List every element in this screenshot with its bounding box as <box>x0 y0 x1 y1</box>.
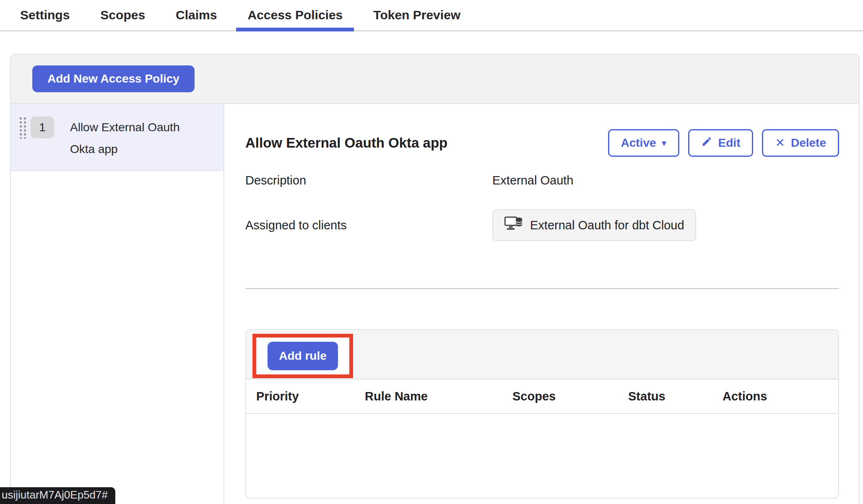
policy-detail: Allow External Oauth Okta app Active ▾ E… <box>224 104 859 504</box>
rules-table-header: Priority Rule Name Scopes Status Actions <box>246 379 838 414</box>
rules-table-body-empty <box>246 414 838 498</box>
policy-priority-badge: 1 <box>31 117 54 138</box>
assigned-to-clients-label: Assigned to clients <box>245 218 492 232</box>
status-dropdown-button[interactable]: Active ▾ <box>608 129 679 157</box>
drag-handle-icon[interactable] <box>19 117 26 140</box>
pencil-icon <box>701 136 712 150</box>
annotation-highlight-box: Add rule <box>252 334 353 378</box>
delete-button[interactable]: ✕ Delete <box>762 129 839 157</box>
delete-button-label: Delete <box>791 136 826 150</box>
computer-database-icon <box>504 216 523 235</box>
edit-button-label: Edit <box>718 136 741 150</box>
description-label: Description <box>245 174 492 187</box>
policy-list-item[interactable]: 1 Allow External Oauth Okta app <box>11 104 224 171</box>
access-policies-panel: Add New Access Policy <box>10 54 860 504</box>
status-url-tooltip: usijiutarM7Aj0Ep5d7# <box>0 487 115 504</box>
add-new-access-policy-button[interactable]: Add New Access Policy <box>32 65 195 92</box>
column-header-status: Status <box>618 390 712 403</box>
tab-token-preview[interactable]: Token Preview <box>373 0 460 30</box>
rules-panel: Add rule Priority Rule Name Scopes Statu… <box>245 329 839 499</box>
status-dropdown-label: Active <box>621 136 656 150</box>
column-header-actions: Actions <box>712 390 838 403</box>
column-header-rule-name: Rule Name <box>355 390 502 403</box>
policy-list: 1 Allow External Oauth Okta app <box>11 104 224 504</box>
tab-scopes[interactable]: Scopes <box>100 0 145 30</box>
policy-actions: Active ▾ Edit ✕ Delete <box>608 129 840 157</box>
column-header-priority: Priority <box>246 390 355 403</box>
assigned-client-name: External Oauth for dbt Cloud <box>530 218 684 232</box>
edit-button[interactable]: Edit <box>688 129 754 157</box>
assigned-client-chip[interactable]: External Oauth for dbt Cloud <box>492 209 696 241</box>
policy-title: Allow External Oauth Okta app <box>245 135 447 151</box>
add-rule-button[interactable]: Add rule <box>268 342 338 370</box>
tab-settings[interactable]: Settings <box>20 0 70 30</box>
tab-access-policies[interactable]: Access Policies <box>247 0 343 30</box>
tab-claims[interactable]: Claims <box>176 0 217 30</box>
section-divider <box>245 288 839 289</box>
column-header-scopes: Scopes <box>502 390 618 403</box>
description-value: External Oauth <box>492 174 573 187</box>
policies-toolbar: Add New Access Policy <box>11 55 859 104</box>
chevron-down-icon: ▾ <box>662 139 666 147</box>
policy-name: Allow External Oauth Okta app <box>70 117 196 160</box>
tab-bar: Settings Scopes Claims Access Policies T… <box>0 0 863 31</box>
close-icon: ✕ <box>775 137 785 149</box>
policies-body: 1 Allow External Oauth Okta app Allow Ex… <box>11 104 859 504</box>
